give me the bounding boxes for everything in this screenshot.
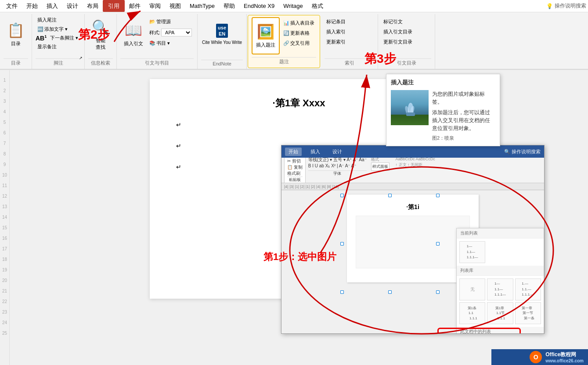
caption-tooltip: 插入题注 为您的图片或对象贴标签。 添加题注后，您可以通过插入交叉引用在文档的任… (386, 74, 500, 146)
manage-sources-button[interactable]: 📂 管理源 (148, 18, 194, 26)
line-19: 19 (2, 264, 7, 275)
bibliography-icon: 📚 (149, 40, 155, 46)
show-notes-button[interactable]: 显示备注 (36, 43, 58, 51)
next-footnote-label: 下一条脚注 ▾ (50, 35, 78, 41)
toc-button[interactable]: 📋 目录 (4, 16, 28, 53)
line-21: 21 (2, 285, 7, 296)
list-item-2[interactable]: 1—1.1—1.1.1— (487, 278, 513, 300)
caption-group-label: 题注 (252, 57, 316, 66)
sel-handle-bm (388, 290, 392, 294)
list-item-3[interactable]: 1.—1.1.—1.1.1.— (515, 278, 541, 300)
update-table-button[interactable]: 🔄 更新表格 (281, 29, 316, 37)
office-icon: O (530, 351, 542, 363)
menu-review[interactable]: 审阅 (145, 0, 165, 12)
insert-citation-label: 插入引文 (124, 40, 143, 47)
list-item-6[interactable]: 第一章 第一节 第一条 (515, 302, 541, 324)
endnote-icon: useEN (216, 24, 228, 38)
cross-reference-button[interactable]: 🔗 交叉引用 (281, 39, 316, 47)
menu-home[interactable]: 开始 (22, 0, 42, 12)
mark-entry-label: 标记条目 (326, 18, 346, 25)
menu-mailing[interactable]: 邮件 (125, 0, 145, 12)
insert-caption-button[interactable]: 🖼️ 插入题注 (252, 17, 280, 54)
bibliography-button[interactable]: 📚 书目 ▾ (148, 39, 194, 47)
update-index-button[interactable]: 更新索引 (325, 38, 347, 46)
menu-mathtype[interactable]: MathType (185, 0, 219, 12)
mark-citation-button[interactable]: 标记引文 (382, 18, 414, 26)
insert-index-button[interactable]: 插入索引 (325, 28, 347, 36)
inner-tab-design[interactable]: 设计 (329, 148, 346, 156)
insert-index-label: 插入索引 (326, 29, 346, 35)
menu-insert[interactable]: 插入 (42, 0, 62, 12)
menu-endnote[interactable]: EndNote X9 (239, 0, 279, 12)
style-label: 样式: (149, 29, 160, 36)
show-notes-label: 显示备注 (37, 43, 57, 50)
footnote-expand-icon[interactable]: ↗ (79, 56, 83, 60)
current-list-item-1[interactable]: 1—1.1—1.1.1— (459, 241, 485, 263)
menu-layout[interactable]: 布局 (83, 0, 103, 12)
menu-format[interactable]: 格式 (307, 0, 328, 12)
inner-tab-home[interactable]: 开始 (285, 148, 302, 156)
caption-tooltip-title: 插入题注 (391, 79, 495, 87)
insert-citation-button[interactable]: 📖 插入引文 (120, 16, 147, 53)
current-list-section: 当前列表 (457, 228, 544, 239)
cross-ref-icon: 🔗 (283, 40, 289, 46)
inner-word-window: 开始 插入 设计 🔍 操作说明搜索 ✂ 剪切 📋 复制 格式刷 粘贴板 等线(文… (281, 145, 545, 334)
cite-while-write-button[interactable]: useEN Cite While You Write (201, 16, 243, 53)
menu-design[interactable]: 设计 (62, 0, 83, 12)
sel-handle-mr (436, 242, 440, 246)
line-17: 17 (2, 243, 7, 254)
sel-handle-tr (436, 194, 440, 197)
manage-sources-icon: 📂 (149, 19, 155, 25)
line-5: 5 (4, 117, 6, 127)
caption-tooltip-image (391, 90, 429, 125)
toc-icon: 📋 (7, 22, 25, 39)
ribbon-group-citations: 📖 插入引文 📂 管理源 样式: APA MLA Chicago (117, 14, 198, 69)
line-16: 16 (2, 233, 7, 243)
line-13: 13 (2, 201, 7, 212)
inner-format-style: 格式 样式面板 (371, 158, 390, 183)
list-library-section: 列表库 (457, 266, 544, 276)
inner-tab-insert[interactable]: 插入 (307, 148, 324, 156)
sel-handle-ml (340, 242, 344, 246)
none-list-item[interactable]: 无 (459, 278, 485, 300)
footnote-group-label: 脚注 (36, 58, 81, 67)
menu-writage[interactable]: Writage (279, 0, 307, 12)
line-1: 1 (4, 75, 6, 85)
list-item-4[interactable]: 第1条 1.1 1.1.1 (459, 302, 485, 324)
toc-label: 目录 (11, 40, 21, 47)
line-9: 9 (4, 159, 6, 170)
add-text-button[interactable]: 🔤 添加文字 ▾ (36, 25, 69, 33)
line-11: 11 (2, 180, 7, 191)
search-label: 操作说明搜索 (555, 2, 586, 10)
inner-ribbon2: ✂ 剪切 📋 复制 格式刷 粘贴板 等线(文正) ▾ 五号 ▾ A⁺ A⁻ Aa… (281, 158, 544, 183)
toc-buttons: 📋 目录 (4, 16, 28, 58)
cross-ref-label: 交叉引用 (290, 40, 310, 47)
list-item-5[interactable]: 第1章 1.1节 1.1.1 (487, 302, 513, 324)
insert-authorities-button[interactable]: 插入引文目录 (382, 28, 414, 36)
update-authorities-button[interactable]: 更新引文目录 (382, 38, 414, 46)
inner-image-placeholder (356, 216, 470, 268)
insert-tof-label: 插入表目录 (290, 20, 314, 26)
mark-entry-button[interactable]: 标记条目 (325, 18, 347, 26)
style-select[interactable]: APA MLA Chicago (161, 29, 192, 36)
line-4: 4 (4, 106, 6, 117)
sel-handle-br (436, 290, 440, 294)
insert-endnote-button[interactable]: 插入尾注 (36, 16, 58, 24)
menu-file[interactable]: 文件 (2, 0, 22, 12)
step2-annotation: 第2步 (78, 26, 110, 43)
citations-group-label: 引文与书目 (120, 58, 194, 67)
menu-references[interactable]: 引用 (103, 0, 125, 12)
insert-tof-icon: 📊 (283, 20, 289, 26)
current-list-grid: 1—1.1—1.1.1— (457, 239, 544, 266)
ribbon-group-footnote: 插入尾注 🔤 添加文字 ▾ AB1 下一条脚注 ▾ 显示备注 脚注 ↗ (32, 14, 85, 69)
sel-handle-bl (340, 290, 344, 294)
menu-view[interactable]: 视图 (165, 0, 185, 12)
inner-chapter-title: ·第1i (356, 203, 470, 211)
toc-group-label: 目录 (4, 58, 28, 67)
menu-help[interactable]: 帮助 (219, 0, 239, 12)
doc-list-section: 此文档中的列表 (457, 327, 544, 334)
add-text-label: 添加文字 ▾ (44, 26, 68, 33)
list-panel: 当前列表 1—1.1—1.1.1— 列表库 无 1—1.1—1.1.1— 1.—… (456, 228, 544, 334)
bibliography-label: 书目 ▾ (156, 40, 170, 47)
insert-table-of-figures-button[interactable]: 📊 插入表目录 (281, 19, 316, 27)
